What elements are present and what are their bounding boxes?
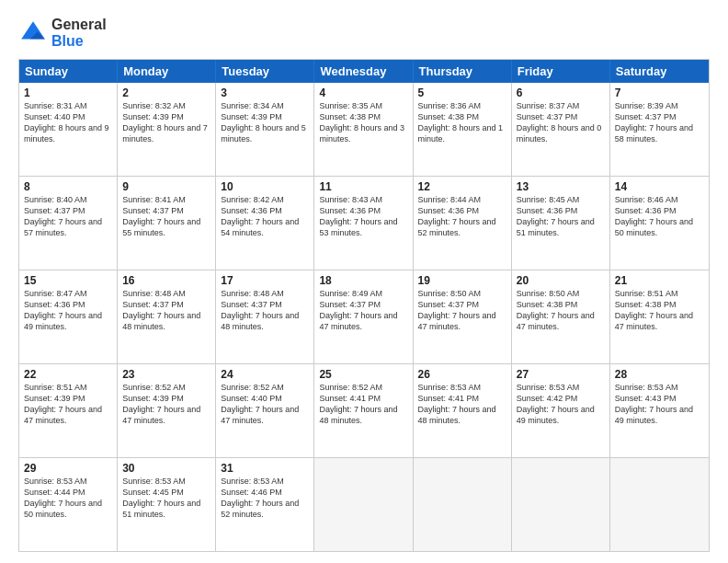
day-number: 19 — [418, 274, 506, 287]
cell-info: Sunrise: 8:51 AMSunset: 4:38 PMDaylight:… — [615, 288, 704, 333]
calendar-row-2: 8Sunrise: 8:40 AMSunset: 4:37 PMDaylight… — [19, 177, 709, 270]
cell-info: Sunrise: 8:31 AMSunset: 4:40 PMDaylight:… — [24, 100, 112, 145]
calendar: SundayMondayTuesdayWednesdayThursdayFrid… — [18, 59, 710, 552]
day-cell-30: 30Sunrise: 8:53 AMSunset: 4:45 PMDayligh… — [118, 458, 216, 551]
header-day-monday: Monday — [118, 60, 216, 83]
cell-info: Sunrise: 8:45 AMSunset: 4:36 PMDaylight:… — [517, 194, 605, 239]
day-number: 16 — [122, 274, 210, 287]
day-cell-16: 16Sunrise: 8:48 AMSunset: 4:37 PMDayligh… — [118, 270, 216, 363]
cell-info: Sunrise: 8:47 AMSunset: 4:36 PMDaylight:… — [24, 288, 112, 333]
day-number: 27 — [517, 368, 605, 381]
cell-info: Sunrise: 8:34 AMSunset: 4:39 PMDaylight:… — [221, 100, 309, 145]
header-day-thursday: Thursday — [414, 60, 512, 83]
day-cell-8: 8Sunrise: 8:40 AMSunset: 4:37 PMDaylight… — [19, 177, 118, 270]
day-number: 30 — [122, 462, 210, 475]
header-day-friday: Friday — [512, 60, 610, 83]
cell-info: Sunrise: 8:46 AMSunset: 4:36 PMDaylight:… — [615, 194, 704, 239]
cell-info: Sunrise: 8:53 AMSunset: 4:46 PMDaylight:… — [221, 476, 309, 521]
day-number: 2 — [122, 86, 210, 99]
day-number: 22 — [24, 368, 112, 381]
day-number: 10 — [221, 180, 309, 193]
calendar-row-5: 29Sunrise: 8:53 AMSunset: 4:44 PMDayligh… — [19, 458, 709, 551]
day-cell-5: 5Sunrise: 8:36 AMSunset: 4:38 PMDaylight… — [414, 83, 512, 176]
day-cell-28: 28Sunrise: 8:53 AMSunset: 4:43 PMDayligh… — [610, 364, 709, 457]
day-number: 6 — [517, 86, 605, 99]
day-cell-29: 29Sunrise: 8:53 AMSunset: 4:44 PMDayligh… — [19, 458, 118, 551]
page: General Blue SundayMondayTuesdayWednesda… — [0, 0, 728, 563]
day-cell-23: 23Sunrise: 8:52 AMSunset: 4:39 PMDayligh… — [118, 364, 216, 457]
day-number: 5 — [418, 86, 506, 99]
day-number: 23 — [122, 368, 210, 381]
day-cell-13: 13Sunrise: 8:45 AMSunset: 4:36 PMDayligh… — [512, 177, 610, 270]
cell-info: Sunrise: 8:39 AMSunset: 4:37 PMDaylight:… — [615, 100, 704, 145]
cell-info: Sunrise: 8:48 AMSunset: 4:37 PMDaylight:… — [221, 288, 309, 333]
day-number: 14 — [615, 180, 704, 193]
day-number: 11 — [319, 180, 407, 193]
day-number: 28 — [615, 368, 704, 381]
calendar-row-4: 22Sunrise: 8:51 AMSunset: 4:39 PMDayligh… — [19, 364, 709, 458]
logo-text: General Blue — [51, 17, 107, 50]
cell-info: Sunrise: 8:52 AMSunset: 4:40 PMDaylight:… — [221, 382, 309, 427]
day-cell-25: 25Sunrise: 8:52 AMSunset: 4:41 PMDayligh… — [314, 364, 413, 457]
cell-info: Sunrise: 8:36 AMSunset: 4:38 PMDaylight:… — [418, 100, 506, 145]
empty-cell — [610, 458, 709, 551]
logo: General Blue — [18, 17, 107, 50]
day-number: 24 — [221, 368, 309, 381]
cell-info: Sunrise: 8:44 AMSunset: 4:36 PMDaylight:… — [418, 194, 506, 239]
day-cell-22: 22Sunrise: 8:51 AMSunset: 4:39 PMDayligh… — [19, 364, 118, 457]
day-cell-27: 27Sunrise: 8:53 AMSunset: 4:42 PMDayligh… — [512, 364, 610, 457]
day-cell-18: 18Sunrise: 8:49 AMSunset: 4:37 PMDayligh… — [314, 270, 413, 363]
day-cell-10: 10Sunrise: 8:42 AMSunset: 4:36 PMDayligh… — [216, 177, 314, 270]
day-number: 26 — [418, 368, 506, 381]
day-cell-2: 2Sunrise: 8:32 AMSunset: 4:39 PMDaylight… — [118, 83, 216, 176]
cell-info: Sunrise: 8:53 AMSunset: 4:43 PMDaylight:… — [615, 382, 704, 427]
cell-info: Sunrise: 8:49 AMSunset: 4:37 PMDaylight:… — [319, 288, 407, 333]
header-day-sunday: Sunday — [19, 60, 118, 83]
cell-info: Sunrise: 8:40 AMSunset: 4:37 PMDaylight:… — [24, 194, 112, 239]
day-cell-17: 17Sunrise: 8:48 AMSunset: 4:37 PMDayligh… — [216, 270, 314, 363]
empty-cell — [314, 458, 413, 551]
cell-info: Sunrise: 8:53 AMSunset: 4:44 PMDaylight:… — [24, 476, 112, 521]
day-number: 12 — [418, 180, 506, 193]
day-cell-11: 11Sunrise: 8:43 AMSunset: 4:36 PMDayligh… — [314, 177, 413, 270]
day-number: 4 — [319, 86, 407, 99]
day-cell-26: 26Sunrise: 8:53 AMSunset: 4:41 PMDayligh… — [414, 364, 512, 457]
empty-cell — [512, 458, 610, 551]
day-number: 31 — [221, 462, 309, 475]
cell-info: Sunrise: 8:32 AMSunset: 4:39 PMDaylight:… — [122, 100, 210, 145]
day-number: 15 — [24, 274, 112, 287]
cell-info: Sunrise: 8:53 AMSunset: 4:42 PMDaylight:… — [517, 382, 605, 427]
cell-info: Sunrise: 8:51 AMSunset: 4:39 PMDaylight:… — [24, 382, 112, 427]
cell-info: Sunrise: 8:52 AMSunset: 4:39 PMDaylight:… — [122, 382, 210, 427]
calendar-header: SundayMondayTuesdayWednesdayThursdayFrid… — [19, 60, 709, 83]
empty-cell — [414, 458, 512, 551]
cell-info: Sunrise: 8:37 AMSunset: 4:37 PMDaylight:… — [517, 100, 605, 145]
day-number: 13 — [517, 180, 605, 193]
day-cell-7: 7Sunrise: 8:39 AMSunset: 4:37 PMDaylight… — [610, 83, 709, 176]
day-number: 7 — [615, 86, 704, 99]
cell-info: Sunrise: 8:41 AMSunset: 4:37 PMDaylight:… — [122, 194, 210, 239]
calendar-row-1: 1Sunrise: 8:31 AMSunset: 4:40 PMDaylight… — [19, 83, 709, 177]
day-cell-15: 15Sunrise: 8:47 AMSunset: 4:36 PMDayligh… — [19, 270, 118, 363]
calendar-row-3: 15Sunrise: 8:47 AMSunset: 4:36 PMDayligh… — [19, 270, 709, 364]
day-cell-24: 24Sunrise: 8:52 AMSunset: 4:40 PMDayligh… — [216, 364, 314, 457]
day-cell-9: 9Sunrise: 8:41 AMSunset: 4:37 PMDaylight… — [118, 177, 216, 270]
logo-icon — [18, 18, 48, 48]
day-number: 1 — [24, 86, 112, 99]
header-day-wednesday: Wednesday — [314, 60, 413, 83]
day-number: 8 — [24, 180, 112, 193]
cell-info: Sunrise: 8:53 AMSunset: 4:41 PMDaylight:… — [418, 382, 506, 427]
day-number: 18 — [319, 274, 407, 287]
day-number: 25 — [319, 368, 407, 381]
day-number: 9 — [122, 180, 210, 193]
day-number: 21 — [615, 274, 704, 287]
cell-info: Sunrise: 8:53 AMSunset: 4:45 PMDaylight:… — [122, 476, 210, 521]
header-day-saturday: Saturday — [610, 60, 709, 83]
day-cell-6: 6Sunrise: 8:37 AMSunset: 4:37 PMDaylight… — [512, 83, 610, 176]
day-number: 20 — [517, 274, 605, 287]
cell-info: Sunrise: 8:52 AMSunset: 4:41 PMDaylight:… — [319, 382, 407, 427]
day-number: 29 — [24, 462, 112, 475]
day-cell-31: 31Sunrise: 8:53 AMSunset: 4:46 PMDayligh… — [216, 458, 314, 551]
day-cell-12: 12Sunrise: 8:44 AMSunset: 4:36 PMDayligh… — [414, 177, 512, 270]
day-cell-21: 21Sunrise: 8:51 AMSunset: 4:38 PMDayligh… — [610, 270, 709, 363]
